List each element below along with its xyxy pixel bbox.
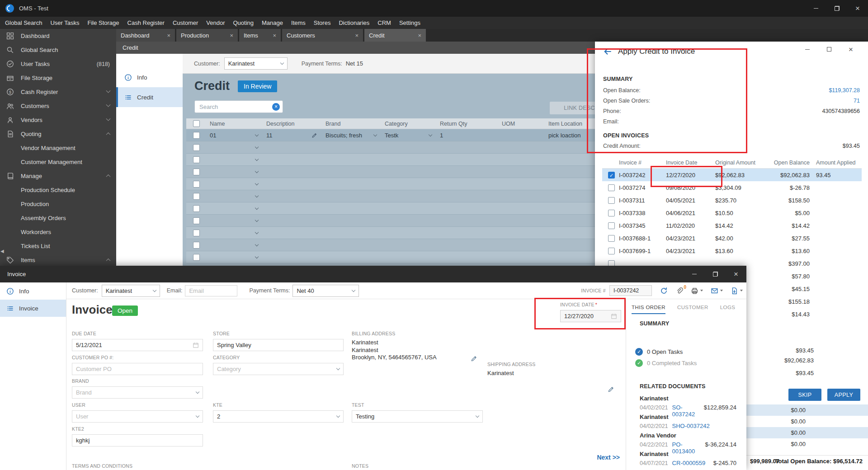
email-button[interactable] bbox=[711, 287, 723, 295]
edit-pencil-icon[interactable] bbox=[608, 386, 614, 393]
customer-dropdown[interactable]: Karinatest bbox=[102, 285, 160, 297]
minimize-button[interactable] bbox=[797, 42, 818, 57]
row-checkbox[interactable] bbox=[608, 197, 615, 204]
sidebar-item-production-schedule[interactable]: Production Schedule bbox=[0, 183, 116, 197]
tab-close-icon[interactable] bbox=[273, 32, 276, 39]
email-field[interactable]: Email bbox=[185, 285, 237, 296]
customer-dropdown[interactable]: Karinatest bbox=[224, 57, 288, 70]
menu-cash-register[interactable]: Cash Register bbox=[123, 17, 169, 29]
row-checkbox[interactable] bbox=[193, 205, 200, 212]
export-button[interactable] bbox=[731, 287, 743, 295]
tab-close-icon[interactable] bbox=[230, 32, 233, 39]
invoice-row[interactable]: I-0037699-1 04/23/2021 $13.60 $13.60 bbox=[602, 244, 862, 257]
sidebar-item-quoting[interactable]: Quoting bbox=[0, 127, 116, 141]
back-arrow-button[interactable] bbox=[603, 47, 612, 56]
invoice-row[interactable]: I-0037274 09/08/2020 $3,304.09 $-26.78 bbox=[602, 181, 862, 194]
restore-button[interactable] bbox=[705, 266, 726, 282]
maximize-button[interactable] bbox=[818, 42, 840, 57]
apply-button[interactable]: APPLY bbox=[827, 389, 860, 401]
row-checkbox[interactable] bbox=[193, 254, 200, 261]
invoice-date-input[interactable]: 12/27/2020 bbox=[560, 310, 621, 322]
kte2-input[interactable]: kghkj bbox=[72, 434, 203, 446]
invoice-row[interactable]: I-0037311 04/05/2021 $235.70 $158.50 bbox=[602, 194, 862, 207]
user-dropdown[interactable]: User bbox=[72, 410, 203, 423]
menu-vendor[interactable]: Vendor bbox=[202, 17, 229, 29]
tab-customers[interactable]: Customers bbox=[282, 29, 363, 42]
document-link[interactable]: SHO-0037242 bbox=[672, 423, 710, 429]
name-cell[interactable] bbox=[206, 159, 263, 160]
sidebar-item-items[interactable]: Items bbox=[0, 253, 116, 267]
tab-items[interactable]: Items bbox=[239, 29, 281, 42]
row-checkbox[interactable] bbox=[608, 235, 615, 242]
attachment-icon[interactable]: 0 bbox=[675, 287, 683, 295]
menu-quoting[interactable]: Quoting bbox=[229, 17, 258, 29]
sidebar-item-global-search[interactable]: Global Search bbox=[0, 43, 116, 57]
due-date-input[interactable]: 5/12/2021 bbox=[72, 339, 203, 351]
invoice-row[interactable]: I-0037688-1 04/23/2021 $42.00 $27.55 bbox=[602, 232, 862, 244]
menu-dictionaries[interactable]: Dictionaries bbox=[335, 17, 373, 29]
name-cell[interactable] bbox=[206, 146, 263, 148]
kte-dropdown[interactable]: 2 bbox=[213, 410, 344, 423]
tab-production[interactable]: Production bbox=[176, 29, 238, 42]
tab-close-icon[interactable] bbox=[167, 32, 170, 39]
name-cell[interactable] bbox=[206, 195, 263, 197]
row-checkbox[interactable] bbox=[193, 132, 200, 139]
credit-nav-credit[interactable]: Credit bbox=[116, 87, 183, 107]
row-checkbox[interactable] bbox=[608, 184, 615, 191]
completed-tasks-row[interactable]: 0 Completed Tasks bbox=[635, 359, 697, 367]
row-checkbox[interactable] bbox=[193, 217, 200, 224]
tab-close-icon[interactable] bbox=[418, 32, 421, 39]
menu-user-tasks[interactable]: User Tasks bbox=[46, 17, 83, 29]
document-link[interactable]: SO-0037242 bbox=[672, 404, 704, 418]
row-checkbox[interactable] bbox=[193, 242, 200, 249]
document-link[interactable]: CR-0000559 bbox=[672, 460, 706, 466]
close-button[interactable] bbox=[847, 0, 868, 17]
menu-crm[interactable]: CRM bbox=[373, 17, 395, 29]
sidebar-item-workorders[interactable]: Workorders bbox=[0, 225, 116, 239]
name-cell[interactable] bbox=[206, 220, 263, 221]
name-cell[interactable] bbox=[206, 207, 263, 209]
menu-manage[interactable]: Manage bbox=[258, 17, 287, 29]
invoice-row[interactable]: I-0037242 12/27/2020 $92,062.83 $92,062.… bbox=[602, 169, 862, 181]
row-checkbox[interactable] bbox=[608, 210, 615, 216]
sidebar-item-production[interactable]: Production bbox=[0, 197, 116, 211]
restore-button[interactable] bbox=[826, 0, 847, 17]
search-input[interactable]: Search bbox=[194, 100, 283, 113]
refresh-icon[interactable] bbox=[660, 287, 668, 295]
row-checkbox[interactable] bbox=[193, 193, 200, 200]
sidebar-item-customers[interactable]: Customers bbox=[0, 99, 116, 113]
tab-credit[interactable]: Credit bbox=[364, 29, 426, 42]
tab-customer[interactable]: CUSTOMER bbox=[677, 305, 708, 314]
sidebar-item-user-tasks[interactable]: User Tasks (818) bbox=[0, 57, 116, 71]
store-input[interactable]: Spring Valley bbox=[213, 339, 344, 351]
next-link[interactable]: Next >> bbox=[577, 454, 620, 461]
sidebar-item-vendors[interactable]: Vendors bbox=[0, 113, 116, 127]
credit-nav-info[interactable]: Info bbox=[116, 67, 183, 87]
name-cell[interactable] bbox=[206, 183, 263, 185]
sidebar-item-assembly-orders[interactable]: Assembly Orders bbox=[0, 211, 116, 225]
sidebar-item-tickets-list[interactable]: Tickets List bbox=[0, 239, 116, 253]
print-button[interactable] bbox=[691, 287, 703, 295]
invoice-number-field[interactable]: I-0037242 bbox=[609, 285, 652, 296]
tab-logs[interactable]: LOGS bbox=[720, 305, 736, 314]
select-all-checkbox[interactable] bbox=[193, 120, 200, 127]
clear-search-icon[interactable] bbox=[272, 103, 280, 111]
close-button[interactable] bbox=[726, 266, 746, 282]
name-cell[interactable]: 01 bbox=[206, 132, 263, 139]
sidebar-item-file-storage[interactable]: File Storage bbox=[0, 71, 116, 85]
tab-this-order[interactable]: THIS ORDER bbox=[632, 305, 665, 314]
name-cell[interactable] bbox=[206, 244, 263, 246]
name-cell[interactable] bbox=[206, 256, 263, 258]
sidebar-item-manage[interactable]: Manage bbox=[0, 169, 116, 183]
amount-applied[interactable]: 93.45 bbox=[812, 172, 862, 179]
close-button[interactable] bbox=[840, 42, 862, 57]
menu-customer[interactable]: Customer bbox=[169, 17, 202, 29]
category-dropdown[interactable]: Category bbox=[213, 363, 344, 375]
description-cell[interactable]: 11 bbox=[263, 132, 322, 139]
row-checkbox[interactable] bbox=[608, 222, 615, 229]
brand-cell[interactable]: Biscuits; fresh bbox=[322, 132, 381, 139]
sidebar-item-customer-management[interactable]: Customer Management bbox=[0, 155, 116, 169]
row-checkbox[interactable] bbox=[608, 248, 615, 254]
customer-po-input[interactable]: Customer PO bbox=[72, 363, 203, 375]
sidebar-item-vendor-management[interactable]: Vendor Management bbox=[0, 141, 116, 155]
